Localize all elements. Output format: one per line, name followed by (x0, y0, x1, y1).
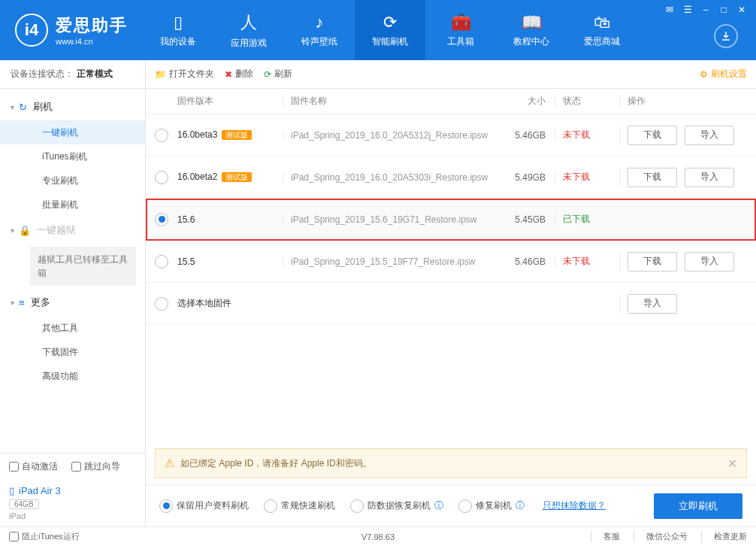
firmware-state: 未下载 (555, 129, 619, 141)
opt-repair[interactable]: 修复刷机ⓘ (458, 499, 525, 513)
nav-apps[interactable]: 人应用游戏 (213, 0, 284, 60)
device-info[interactable]: ▯ iPad Air 3 64GB iPad (0, 479, 145, 526)
chevron-down-icon: ▾ (11, 103, 14, 111)
sidebar-item-advanced[interactable]: 高级功能 (0, 364, 145, 388)
nav-my-device[interactable]: ▯我的设备 (143, 0, 213, 60)
import-button[interactable]: 导入 (627, 294, 677, 314)
beta-tag: 测试版 (222, 130, 252, 140)
footer-update[interactable]: 检查更新 (701, 531, 747, 542)
sidebar-item-itunes[interactable]: iTunes刷机 (0, 144, 145, 168)
music-icon: ♪ (316, 13, 324, 32)
firmware-version: 16.0beta2 (177, 171, 217, 182)
firmware-version: 15.5 (177, 256, 195, 267)
apps-icon: 人 (240, 11, 257, 34)
table-row[interactable]: 16.0beta3测试版 iPad_Spring_2019_16.0_20A53… (146, 114, 756, 156)
import-button[interactable]: 导入 (685, 126, 734, 145)
erase-only-link[interactable]: 只想抹除数据？ (543, 499, 606, 512)
firmware-version: 16.0beta3 (177, 129, 217, 140)
jailbreak-note: 越狱工具已转移至工具箱 (30, 247, 136, 286)
row-radio[interactable] (155, 213, 168, 226)
table-row[interactable]: 15.6 iPad_Spring_2019_15.6_19G71_Restore… (146, 199, 756, 241)
opt-keep-data[interactable]: 保留用户资料刷机 (159, 499, 249, 513)
firmware-size: 5.49GB (496, 172, 555, 183)
help-icon[interactable]: ⓘ (516, 499, 525, 512)
close-icon[interactable]: ✕ (733, 3, 750, 17)
import-button[interactable]: 导入 (685, 252, 734, 271)
menu-icon[interactable]: ☰ (679, 3, 696, 17)
app-version: V7.98.63 (361, 532, 395, 541)
flash-icon: ↻ (19, 102, 27, 113)
app-url: www.i4.cn (56, 37, 128, 46)
start-flash-button[interactable]: 立即刷机 (654, 493, 742, 519)
nav-ringtones[interactable]: ♪铃声壁纸 (284, 0, 355, 60)
device-capacity: 64GB (9, 499, 39, 509)
chevron-down-icon: ▾ (11, 299, 14, 307)
refresh-icon: ⟳ (264, 69, 271, 80)
sidebar-cat-jailbreak: ▾ 🔒 一键越狱 (0, 217, 145, 244)
connection-status: 设备连接状态： 正常模式 (0, 60, 145, 89)
sidebar-item-pro[interactable]: 专业刷机 (0, 168, 145, 193)
download-button[interactable]: 下载 (627, 168, 677, 187)
table-row[interactable]: 选择本地固件 导入 (146, 283, 756, 325)
sidebar-cat-more[interactable]: ▾ ≡ 更多 (0, 289, 145, 316)
table-header: 固件版本 固件名称 大小 状态 操作 (146, 89, 756, 114)
nav-tutorials[interactable]: 📖教程中心 (496, 0, 567, 60)
maximize-icon[interactable]: □ (715, 3, 732, 17)
notice-close-icon[interactable]: ✕ (727, 457, 737, 471)
firmware-filename: iPad_Spring_2019_15.6_19G71_Restore.ipsw (283, 214, 496, 225)
sidebar: 设备连接状态： 正常模式 ▾ ↻ 刷机 一键刷机 iTunes刷机 专业刷机 批… (0, 60, 146, 526)
delete-button[interactable]: ✖删除 (225, 68, 253, 80)
beta-tag: 测试版 (222, 172, 252, 182)
row-radio[interactable] (155, 171, 168, 184)
connection-mode: 正常模式 (77, 68, 113, 80)
table-row[interactable]: 16.0beta2测试版 iPad_Spring_2019_16.0_20A53… (146, 156, 756, 199)
import-button[interactable]: 导入 (685, 168, 734, 187)
footer-wechat[interactable]: 微信公众号 (634, 531, 688, 542)
download-button[interactable]: 下载 (627, 252, 677, 271)
main-panel: 📁打开文件夹 ✖删除 ⟳刷新 ⚙刷机设置 固件版本 固件名称 大小 状态 操作 … (146, 60, 756, 526)
gear-icon: ⚙ (700, 69, 708, 80)
block-itunes-checkbox[interactable]: 阻止iTunes运行 (9, 531, 80, 542)
toolbox-icon: 🧰 (451, 13, 471, 32)
nav-store[interactable]: 🛍爱思商城 (567, 0, 637, 60)
refresh-button[interactable]: ⟳刷新 (264, 68, 292, 80)
opt-anti-recover[interactable]: 防数据恢复刷机ⓘ (350, 499, 443, 513)
minimize-icon[interactable]: – (697, 3, 714, 17)
warning-icon: ⚠ (165, 457, 174, 470)
toolbar: 📁打开文件夹 ✖删除 ⟳刷新 ⚙刷机设置 (146, 60, 756, 89)
logo-area: i4 爱思助手 www.i4.cn (0, 0, 143, 60)
th-name: 固件名称 (283, 95, 496, 108)
titlebar: i4 爱思助手 www.i4.cn ▯我的设备 人应用游戏 ♪铃声壁纸 ⟳智能刷… (0, 0, 756, 60)
firmware-state: 已下载 (555, 213, 619, 226)
opt-fast[interactable]: 常规快速刷机 (264, 499, 335, 513)
footer-support[interactable]: 客服 (591, 531, 620, 542)
help-icon[interactable]: ⓘ (434, 499, 443, 512)
row-radio[interactable] (155, 297, 168, 311)
sidebar-item-batch[interactable]: 批量刷机 (0, 193, 145, 217)
flash-settings-button[interactable]: ⚙刷机设置 (700, 68, 747, 80)
firmware-filename: iPad_Spring_2019_16.0_20A5312j_Restore.i… (283, 130, 496, 141)
chevron-down-icon: ▾ (11, 226, 14, 235)
firmware-filename: iPad_Spring_2019_16.0_20A5303i_Restore.i… (283, 172, 496, 183)
download-button[interactable]: 下载 (627, 126, 677, 145)
sidebar-item-other[interactable]: 其他工具 (0, 316, 145, 340)
download-manager-icon[interactable] (714, 24, 738, 48)
row-radio[interactable] (155, 129, 168, 142)
row-radio[interactable] (155, 255, 168, 268)
nav-flash[interactable]: ⟳智能刷机 (355, 0, 425, 60)
auto-activate-checkbox[interactable]: 自动激活 (9, 460, 58, 473)
th-state: 状态 (555, 95, 619, 108)
nav-toolbox[interactable]: 🧰工具箱 (425, 0, 496, 60)
sidebar-item-oneclick[interactable]: 一键刷机 (0, 120, 145, 144)
skip-guide-checkbox[interactable]: 跳过向导 (71, 460, 120, 473)
open-folder-button[interactable]: 📁打开文件夹 (155, 68, 214, 80)
table-row[interactable]: 15.5 iPad_Spring_2019_15.5_19F77_Restore… (146, 241, 756, 283)
feedback-icon[interactable]: ✉ (661, 3, 678, 17)
delete-icon: ✖ (225, 69, 232, 80)
sidebar-item-download[interactable]: 下载固件 (0, 340, 145, 364)
firmware-size: 5.45GB (496, 214, 555, 225)
ipad-icon: ▯ (9, 485, 14, 496)
th-action: 操作 (619, 95, 747, 108)
sidebar-cat-flash[interactable]: ▾ ↻ 刷机 (0, 93, 145, 120)
th-version: 固件版本 (177, 95, 283, 108)
